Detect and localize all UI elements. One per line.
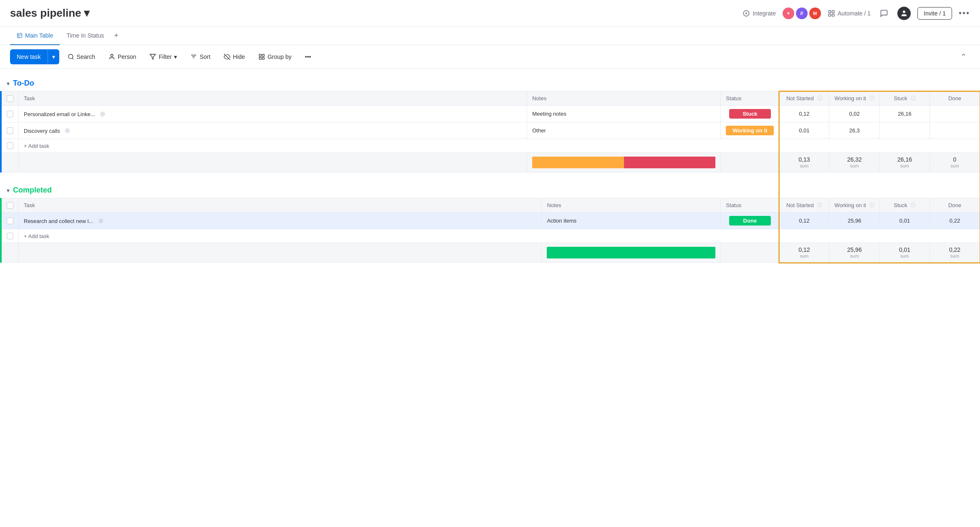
- comp-stuck-info[interactable]: ⓘ: [911, 202, 916, 209]
- add-note-icon[interactable]: ⊕: [98, 217, 104, 224]
- add-task-check-cell: [1, 229, 19, 243]
- todo-select-all[interactable]: [7, 95, 13, 102]
- todo-section-header: ▾ To-Do: [0, 76, 980, 91]
- task-cell: Discovery calls ⊕: [19, 122, 527, 139]
- sum-done: 0 sum: [930, 153, 980, 172]
- working-cell: 26,3: [829, 122, 880, 139]
- integrate-button[interactable]: Integrate: [743, 10, 775, 17]
- filter-arrow: ▾: [174, 53, 177, 60]
- comp-not-started-info[interactable]: ⓘ: [817, 202, 822, 209]
- todo-collapse-icon[interactable]: ▾: [7, 80, 10, 87]
- sort-button[interactable]: Sort: [185, 51, 215, 63]
- svg-point-4: [903, 10, 905, 13]
- completed-section-header: ▾ Completed: [0, 182, 980, 198]
- person-label: Person: [118, 53, 136, 60]
- group-by-button[interactable]: Group by: [253, 51, 297, 63]
- todo-stuck-header: Stuck ⓘ: [880, 91, 930, 106]
- comp-notes-header: Notes: [542, 198, 721, 213]
- invite-button[interactable]: Invite / 1: [917, 7, 952, 20]
- add-note-icon[interactable]: ⊕: [100, 110, 105, 117]
- hide-button[interactable]: Hide: [219, 51, 250, 63]
- svg-rect-11: [262, 54, 264, 56]
- done-cell: 0,22: [930, 213, 980, 229]
- tab-add-button[interactable]: +: [111, 31, 122, 40]
- status-bar-done: [547, 247, 715, 258]
- sum-not-started: 0,13 sum: [779, 153, 829, 172]
- toolbar-collapse-button[interactable]: ⌃: [957, 51, 970, 63]
- todo-status-header: Status: [721, 91, 779, 106]
- completed-status-bar: [547, 247, 715, 258]
- table-row: Personalized email or Linke... ⊕ Meeting…: [1, 106, 980, 122]
- add-task-row[interactable]: + Add task: [1, 229, 980, 243]
- hide-label: Hide: [233, 53, 245, 60]
- row-checkbox-cell: [1, 213, 19, 229]
- completed-table-wrap: Task Notes Status Not Started ⓘ Working …: [0, 198, 980, 263]
- new-task-button[interactable]: New task ▾: [10, 49, 59, 64]
- todo-table: Task Notes Status Not Started ⓘ Working …: [0, 91, 980, 172]
- comp-working-header: Working on it ⓘ: [829, 198, 880, 213]
- sum-working: 25,96 sum: [829, 243, 880, 263]
- task-name: Personalized email or Linke...: [24, 111, 95, 117]
- add-task-checkbox: [7, 142, 13, 149]
- person-button[interactable]: Person: [104, 51, 141, 63]
- not-started-cell: 0,12: [779, 106, 829, 122]
- add-task-cell[interactable]: + Add task: [19, 139, 980, 153]
- search-button[interactable]: Search: [63, 51, 100, 63]
- todo-task-header: Task: [19, 91, 527, 106]
- todo-table-wrap: Task Notes Status Not Started ⓘ Working …: [0, 91, 980, 172]
- new-task-dropdown-arrow[interactable]: ▾: [48, 49, 59, 64]
- row-checkbox-cell: [1, 106, 19, 122]
- status-bar-stuck: [624, 157, 716, 168]
- todo-notes-header: Notes: [527, 91, 721, 106]
- chat-button[interactable]: [877, 7, 891, 20]
- not-started-cell: 0,12: [779, 213, 829, 229]
- notes-cell: Meeting notes: [527, 106, 721, 122]
- app-title-dropdown-icon[interactable]: ▾: [84, 7, 89, 20]
- filter-button[interactable]: Filter ▾: [144, 51, 182, 63]
- sort-label: Sort: [200, 53, 210, 60]
- svg-rect-2: [828, 14, 831, 16]
- svg-rect-10: [259, 54, 261, 56]
- add-task-row[interactable]: + Add task: [1, 139, 980, 153]
- row-checkbox[interactable]: [7, 127, 13, 134]
- table-row: Discovery calls ⊕ Other Working on it 0,…: [1, 122, 980, 139]
- add-task-check-cell: [1, 139, 19, 153]
- tab-time-in-status[interactable]: Time In Status: [60, 27, 111, 45]
- add-task-cell[interactable]: + Add task: [19, 229, 980, 243]
- sum-check-empty: [1, 153, 19, 172]
- svg-rect-5: [18, 33, 22, 38]
- svg-rect-13: [262, 57, 264, 59]
- not-started-cell: 0,01: [779, 122, 829, 139]
- svg-marker-8: [150, 54, 156, 59]
- new-task-label[interactable]: New task: [10, 49, 48, 64]
- integration-icons: + # M: [783, 8, 821, 19]
- comp-task-header: Task: [19, 198, 542, 213]
- more-button[interactable]: •••: [959, 8, 970, 18]
- tab-main-table[interactable]: Main Table: [10, 27, 60, 45]
- toolbar-more-button[interactable]: •••: [300, 51, 316, 63]
- app-header: sales pipeline ▾ Integrate + # M Automat…: [0, 0, 980, 27]
- status-badge-working[interactable]: Working on it: [726, 126, 774, 135]
- row-checkbox[interactable]: [7, 111, 13, 117]
- avatar[interactable]: [897, 7, 911, 20]
- sum-stuck: 0,01 sum: [880, 243, 930, 263]
- automate-button[interactable]: Automate / 1: [828, 10, 871, 17]
- comp-select-all[interactable]: [7, 202, 13, 209]
- row-checkbox[interactable]: [7, 218, 13, 224]
- comp-working-info[interactable]: ⓘ: [869, 202, 874, 209]
- row-checkbox-cell: [1, 122, 19, 139]
- status-badge-done[interactable]: Done: [729, 216, 771, 225]
- completed-section-title: Completed: [13, 186, 52, 195]
- not-started-info-icon[interactable]: ⓘ: [817, 95, 822, 102]
- app-title[interactable]: sales pipeline ▾: [10, 7, 89, 20]
- add-note-icon[interactable]: ⊕: [65, 127, 70, 134]
- integration-icon-3[interactable]: M: [809, 8, 821, 19]
- integration-icon-1[interactable]: +: [783, 8, 794, 19]
- status-badge-stuck[interactable]: Stuck: [729, 109, 771, 119]
- main-content: ▾ To-Do Task Notes Status Not Started ⓘ: [0, 69, 980, 279]
- completed-collapse-icon[interactable]: ▾: [7, 187, 10, 194]
- stuck-info-icon[interactable]: ⓘ: [911, 95, 916, 102]
- working-info-icon[interactable]: ⓘ: [869, 95, 874, 102]
- integration-icon-2[interactable]: #: [796, 8, 808, 19]
- todo-section: ▾ To-Do Task Notes Status Not Started ⓘ: [0, 76, 980, 172]
